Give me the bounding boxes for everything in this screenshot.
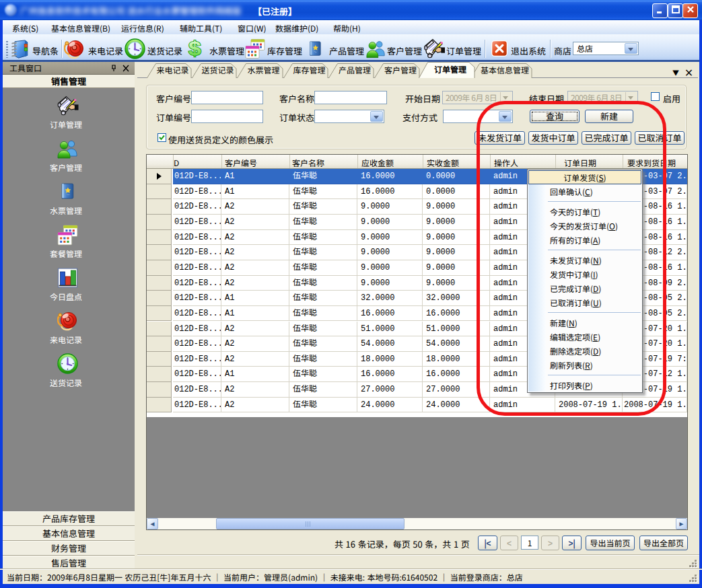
svg-text:$: $: [188, 37, 201, 59]
